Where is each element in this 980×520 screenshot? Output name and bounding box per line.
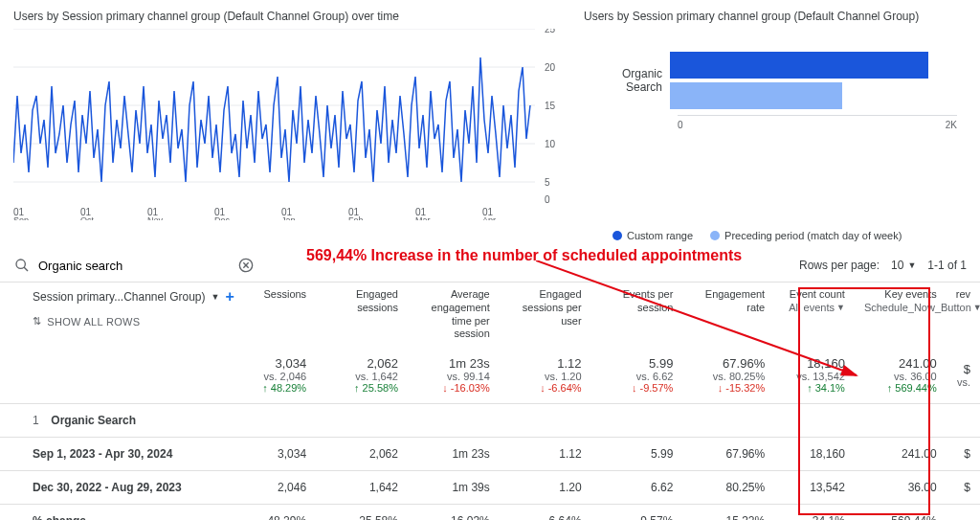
legend-preceding-period[interactable]: Preceding period (match day of week) — [710, 230, 902, 241]
col-key-events[interactable]: Key events Schedule_Now_Button ▼ — [855, 283, 947, 347]
svg-text:15: 15 — [545, 101, 556, 111]
svg-text:Oct: Oct — [80, 215, 95, 220]
col-event-count[interactable]: Event count All events ▼ — [774, 283, 855, 347]
bar-chart[interactable]: Organic Search 0 2K — [584, 52, 957, 215]
svg-text:Jan: Jan — [281, 215, 296, 220]
dimension-name[interactable]: Session primary...Channel Group) — [33, 290, 206, 304]
line-chart-panel: Users by Session primary channel group (… — [0, 0, 574, 249]
svg-text:Apr: Apr — [482, 215, 496, 220]
rows-per-page-select[interactable]: 10▼ — [891, 259, 916, 272]
col-sessions[interactable]: Sessions — [249, 283, 316, 347]
table-row[interactable]: % change 48.29%25.58%-16.03%-6.64%-9.57%… — [0, 505, 980, 521]
bar-category-label: Organic Search — [584, 67, 670, 94]
svg-text:25: 25 — [545, 29, 556, 34]
search-input[interactable] — [38, 259, 230, 273]
col-events-per-session[interactable]: Events per session — [591, 283, 683, 347]
clear-search-icon[interactable] — [237, 257, 255, 274]
bar-x-min: 0 — [678, 120, 683, 130]
col-engaged-per-user[interactable]: Engaged sessions per user — [500, 283, 591, 347]
chevron-down-icon: ▼ — [973, 303, 980, 313]
svg-text:Nov: Nov — [147, 215, 164, 220]
svg-text:Mar: Mar — [415, 215, 431, 220]
col-engagement-rate[interactable]: Engagement rate — [682, 283, 774, 347]
chevron-down-icon: ▼ — [212, 292, 220, 302]
bar-chart-panel: Users by Session primary channel group (… — [574, 0, 980, 249]
svg-line-29 — [24, 267, 28, 271]
bar-chart-title: Users by Session primary channel group (… — [584, 10, 970, 23]
svg-text:5: 5 — [545, 177, 550, 188]
legend-custom-range[interactable]: Custom range — [612, 230, 693, 241]
svg-text:0: 0 — [545, 194, 550, 205]
search-icon — [13, 257, 31, 274]
svg-text:20: 20 — [545, 62, 556, 73]
summary-row: 3,034vs. 2,046↑ 48.29% 2,062vs. 1,642↑ 2… — [0, 347, 980, 404]
chevron-down-icon: ▼ — [836, 303, 845, 313]
rows-per-page-label: Rows per page: — [799, 259, 880, 272]
svg-text:10: 10 — [545, 139, 556, 149]
show-all-rows-button[interactable]: ⇅ SHOW ALL ROWS — [33, 315, 239, 328]
svg-text:Dec: Dec — [214, 215, 231, 220]
svg-text:Feb: Feb — [348, 215, 364, 220]
col-avg-engagement[interactable]: Average engagement time per session — [408, 283, 500, 347]
svg-text:Sep: Sep — [13, 215, 29, 220]
line-chart-title: Users by Session primary channel group (… — [13, 10, 565, 23]
table-row[interactable]: 1 Organic Search — [0, 404, 980, 438]
chevron-down-icon: ▼ — [907, 260, 916, 270]
add-dimension-button[interactable]: + — [225, 288, 234, 305]
table-row[interactable]: Sep 1, 2023 - Apr 30, 2024 3,0342,0621m … — [0, 438, 980, 471]
pager-range: 1-1 of 1 — [927, 259, 967, 272]
line-chart[interactable]: 25 20 15 10 5 0 01Sep 01Oct 01Nov 01Dec … — [13, 29, 559, 220]
col-engaged-sessions[interactable]: Engaged sessions — [316, 283, 408, 347]
col-revenue[interactable]: rev — [947, 283, 980, 347]
expand-icon: ⇅ — [33, 315, 41, 328]
table-row[interactable]: Dec 30, 2022 - Aug 29, 2023 2,0461,6421m… — [0, 471, 980, 505]
bar-x-max: 2K — [946, 120, 957, 130]
svg-point-28 — [16, 260, 25, 268]
